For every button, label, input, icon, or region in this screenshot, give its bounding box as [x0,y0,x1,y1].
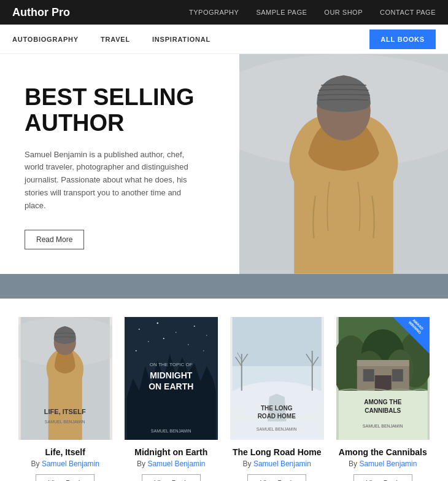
svg-point-13 [193,326,195,327]
sub-navigation: AUTOBIOGRAPHY TRAVEL INSPIRATIONAL ALL B… [0,25,448,54]
award-ribbon-text: AWARDWINNING [404,317,428,338]
section-spacer [0,274,448,299]
hero-image [239,54,448,274]
svg-text:SAMUEL BENJAMIN: SAMUEL BENJAMIN [45,420,85,424]
books-grid: LIFE, ITSELF SAMUEL BENJAMIN Life, Itsel… [18,317,430,481]
svg-rect-48 [363,369,374,381]
book-title-2: Midnight on Earth [134,447,207,457]
svg-rect-26 [233,317,322,366]
svg-point-19 [203,350,204,351]
svg-point-14 [206,335,207,336]
svg-rect-52 [338,391,427,440]
svg-text:MIDNIGHT: MIDNIGHT [150,370,193,380]
hero-description: Samuel Benjamin is a published author, c… [25,149,196,213]
book-cover-3: THE LONG ROAD HOME SAMUEL BENJAMIN [230,317,324,440]
book-cover-2: ON THE TOPIC OF MIDNIGHT ON EARTH SAMUEL… [125,317,218,440]
hero-text-area: BEST SELLING AUTHOR Samuel Benjamin is a… [0,54,239,274]
book-by-1: By Samuel Benjamin [31,459,99,468]
book-card-cannibals: AWARDWINNING [336,317,430,481]
book-card-long-road: THE LONG ROAD HOME SAMUEL BENJAMIN The L… [230,317,324,481]
svg-text:ROAD HOME: ROAD HOME [258,413,296,420]
view-book-button-2[interactable]: View Book [142,474,201,481]
all-books-button[interactable]: ALL BOOKS [369,29,436,49]
svg-text:SAMUEL BENJAMIN: SAMUEL BENJAMIN [362,424,403,428]
book-title-1: Life, Itself [45,447,85,457]
svg-text:CANNIBALS: CANNIBALS [365,407,401,414]
book-author-link-1[interactable]: Samuel Benjamin [42,459,99,468]
award-ribbon: AWARDWINNING [393,317,430,354]
book-title-3: The Long Road Home [233,447,322,457]
svg-rect-47 [357,360,409,366]
book-title-4: Among the Cannibals [339,447,427,457]
book-cover-4: AWARDWINNING [336,317,430,440]
subnav-autobiography[interactable]: AUTOBIOGRAPHY [12,36,79,43]
view-book-button-1[interactable]: View Book [36,474,95,481]
top-nav-links: TYPOGRAPHY SAMPLE PAGE OUR SHOP CONTACT … [189,9,436,16]
nav-sample-page[interactable]: SAMPLE PAGE [256,9,307,16]
view-book-button-4[interactable]: View Book [353,474,412,481]
book-card-life-itself: LIFE, ITSELF SAMUEL BENJAMIN Life, Itsel… [18,317,112,481]
book-cover-1: LIFE, ITSELF SAMUEL BENJAMIN [18,317,112,440]
nav-contact-page[interactable]: CONTACT PAGE [380,9,436,16]
nav-our-shop[interactable]: OUR SHOP [324,9,363,16]
view-book-button-3[interactable]: View Book [247,474,306,481]
svg-text:AMONG THE: AMONG THE [364,399,401,405]
sub-nav-links: AUTOBIOGRAPHY TRAVEL INSPIRATIONAL [12,36,369,43]
book-card-midnight: ON THE TOPIC OF MIDNIGHT ON EARTH SAMUEL… [125,317,218,481]
svg-point-10 [138,329,139,330]
subnav-travel[interactable]: TRAVEL [101,36,130,43]
svg-text:ON THE TOPIC OF: ON THE TOPIC OF [149,362,192,367]
hero-section: BEST SELLING AUTHOR Samuel Benjamin is a… [0,54,448,274]
svg-text:THE LONG: THE LONG [261,405,293,412]
svg-text:LIFE, ITSELF: LIFE, ITSELF [44,408,86,415]
svg-text:ON EARTH: ON EARTH [149,381,193,391]
book-author-link-2[interactable]: Samuel Benjamin [147,459,205,468]
svg-point-17 [187,344,188,345]
svg-point-16 [163,338,164,339]
svg-point-18 [135,350,136,351]
svg-point-12 [175,332,176,333]
book-by-3: By Samuel Benjamin [243,459,311,468]
svg-text:SAMUEL BENJAMIN: SAMUEL BENJAMIN [257,427,297,431]
books-section: LIFE, ITSELF SAMUEL BENJAMIN Life, Itsel… [0,299,448,481]
svg-point-15 [147,341,149,342]
book-by-2: By Samuel Benjamin [137,459,205,468]
book-by-4: By Samuel Benjamin [349,459,417,468]
svg-text:SAMUEL BENJAMIN: SAMUEL BENJAMIN [150,429,191,433]
svg-rect-49 [392,369,403,381]
hero-heading: BEST SELLING AUTHOR [25,85,215,136]
book-author-link-4[interactable]: Samuel Benjamin [359,459,417,468]
top-navigation: Author Pro TYPOGRAPHY SAMPLE PAGE OUR SH… [0,0,448,25]
nav-typography[interactable]: TYPOGRAPHY [189,9,239,16]
book-author-link-3[interactable]: Samuel Benjamin [253,459,311,468]
read-more-button[interactable]: Read More [25,230,84,249]
subnav-inspirational[interactable]: INSPIRATIONAL [152,36,210,43]
svg-point-11 [156,322,158,323]
brand-name: Author Pro [12,6,70,19]
